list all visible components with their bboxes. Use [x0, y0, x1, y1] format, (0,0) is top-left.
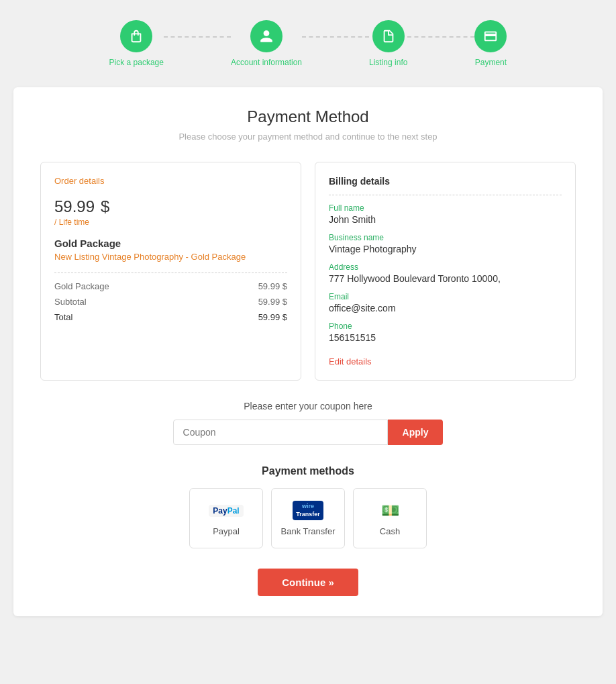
paypal-label: Paypal: [213, 526, 240, 536]
paypal-icon: PayPal: [209, 501, 243, 521]
continue-button[interactable]: Continue »: [258, 569, 358, 596]
coupon-label: Please enter your coupon here: [40, 401, 576, 411]
package-name: Gold Package: [54, 238, 287, 249]
billing-fullname-label: Full name: [329, 203, 562, 213]
coupon-section: Please enter your coupon here Apply: [40, 401, 576, 445]
order-details-title: Order details: [54, 176, 287, 186]
payment-methods-section: Payment methods PayPal Paypal wire Trans: [40, 465, 576, 548]
billing-email-value: office@site.com: [329, 303, 562, 313]
step-payment-label: Payment: [475, 58, 507, 67]
billing-fullname-field: Full name John Smith: [329, 203, 562, 225]
billing-details-box: Billing details Full name John Smith Bus…: [315, 162, 576, 381]
coupon-input[interactable]: [173, 420, 388, 445]
continue-section: Continue »: [40, 569, 576, 596]
wire-logo: wire Transfer: [293, 501, 323, 520]
line-item-gold-label: Gold Package: [54, 281, 109, 291]
coupon-row: Apply: [40, 420, 576, 445]
step-account-info-icon: [250, 20, 283, 52]
billing-address-field: Address 777 Hollywood Boulevard Toronto …: [329, 262, 562, 284]
billing-email-label: Email: [329, 292, 562, 301]
billing-title: Billing details: [329, 176, 562, 187]
price-display: 59.99 $: [54, 193, 287, 217]
billing-business-value: Vintage Photography: [329, 244, 562, 254]
line-item-subtotal-amount: 59.99 $: [258, 297, 287, 307]
main-card: Payment Method Please choose your paymen…: [13, 87, 603, 616]
step-payment[interactable]: Payment: [474, 20, 507, 67]
connector-3: [407, 36, 474, 38]
line-item-subtotal: Subtotal 59.99 $: [54, 297, 287, 307]
step-listing-info[interactable]: Listing info: [369, 20, 407, 67]
step-account-info[interactable]: Account information: [231, 20, 302, 67]
paypal-logo: PayPal: [209, 505, 243, 517]
lifetime-label: / Life time: [54, 217, 287, 227]
billing-business-field: Business name Vintage Photography: [329, 233, 562, 254]
step-payment-icon: [474, 20, 507, 52]
page-subtitle: Please choose your payment method and co…: [40, 132, 576, 142]
page-title: Payment Method: [40, 107, 576, 126]
cash-label: Cash: [380, 526, 400, 536]
edit-details-link[interactable]: Edit details: [329, 356, 372, 367]
apply-button[interactable]: Apply: [388, 420, 444, 445]
bank-transfer-icon: wire Transfer: [291, 501, 325, 521]
billing-phone-value: 156151515: [329, 332, 562, 343]
line-item-subtotal-label: Subtotal: [54, 297, 87, 307]
billing-email-field: Email office@site.com: [329, 292, 562, 313]
details-row: Order details 59.99 $ / Life time Gold P…: [40, 162, 576, 381]
billing-phone-label: Phone: [329, 322, 562, 331]
payment-methods-row: PayPal Paypal wire Transfer Bank Transfe…: [40, 488, 576, 548]
paypal-method-card[interactable]: PayPal Paypal: [189, 488, 263, 548]
billing-phone-field: Phone 156151515: [329, 322, 562, 343]
bank-transfer-label: Bank Transfer: [281, 526, 336, 536]
billing-address-label: Address: [329, 262, 562, 272]
step-listing-info-icon: [372, 20, 405, 52]
line-item-total: Total 59.99 $: [54, 312, 287, 322]
line-item-gold: Gold Package 59.99 $: [54, 281, 287, 291]
price-currency: $: [101, 197, 109, 215]
step-pick-package-label: Pick a package: [109, 58, 164, 67]
connector-2: [302, 36, 369, 38]
bank-transfer-method-card[interactable]: wire Transfer Bank Transfer: [271, 488, 345, 548]
step-pick-package-icon: [120, 20, 152, 52]
billing-fullname-value: John Smith: [329, 214, 562, 225]
billing-address-value: 777 Hollywood Boulevard Toronto 10000,: [329, 273, 562, 284]
price-value: 59.99: [54, 197, 95, 215]
step-account-info-label: Account information: [231, 58, 302, 67]
line-item-total-label: Total: [54, 312, 72, 322]
line-item-total-amount: 59.99 $: [258, 312, 287, 322]
line-item-gold-amount: 59.99 $: [258, 281, 287, 291]
order-details-box: Order details 59.99 $ / Life time Gold P…: [40, 162, 301, 381]
cash-icon: 💵: [373, 501, 407, 521]
stepper: Pick a package Account information Listi…: [13, 20, 603, 67]
step-pick-package[interactable]: Pick a package: [109, 20, 164, 67]
connector-1: [164, 36, 231, 38]
step-listing-info-label: Listing info: [369, 58, 407, 67]
order-divider: [54, 273, 287, 273]
billing-divider: [329, 195, 562, 195]
cash-method-card[interactable]: 💵 Cash: [353, 488, 427, 548]
billing-business-label: Business name: [329, 233, 562, 242]
package-desc: New Listing Vintage Photography - Gold P…: [54, 252, 287, 262]
payment-methods-title: Payment methods: [40, 465, 576, 477]
cash-emoji: 💵: [381, 502, 399, 520]
